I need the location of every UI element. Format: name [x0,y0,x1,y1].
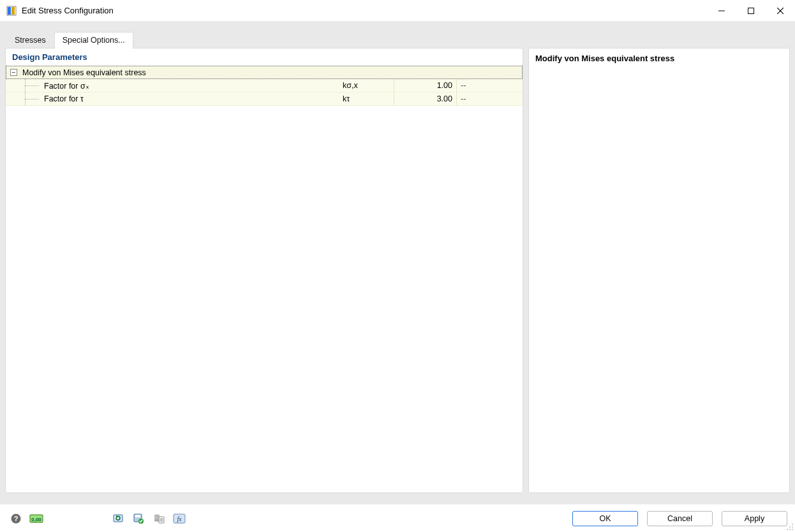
param-name: Factor for τ [41,94,343,103]
tree-group-row[interactable]: − Modify von Mises equivalent stress [6,66,523,79]
svg-point-30 [792,529,793,530]
tabstrip: Stresses Special Options... [0,21,795,48]
window-title: Edit Stress Configuration [22,6,114,15]
tab-stresses[interactable]: Stresses [6,32,54,48]
window-close-button[interactable] [766,0,795,21]
tree-group-label: Modify von Mises equivalent stress [21,68,342,77]
param-symbol: kσ,x [343,81,394,90]
table-row[interactable]: Factor for σₓ kσ,x 1.00 -- [6,79,523,92]
svg-rect-1 [11,7,15,15]
units-icon[interactable]: 0,00 [28,511,45,526]
ok-button[interactable]: OK [572,511,638,526]
refresh-icon[interactable] [110,511,126,526]
param-symbol: kτ [343,94,394,103]
design-parameters-panel: Design Parameters − Modify von Mises equ… [5,48,523,493]
parameters-tree: − Modify von Mises equivalent stress Fac… [6,66,523,106]
table-row[interactable]: Factor for τ kτ 3.00 -- [6,92,523,106]
footer: ? 0,00 fx OK Cancel Apply [0,504,795,532]
tree-indent [6,79,41,92]
button-label: Apply [745,514,764,523]
tab-label: Stresses [15,36,46,45]
svg-rect-14 [135,515,140,517]
button-label: Cancel [667,514,692,523]
titlebar: Edit Stress Configuration [0,0,795,21]
fx-icon[interactable]: fx [171,511,188,526]
tab-label: Special Options... [63,36,125,45]
tab-special-options[interactable]: Special Options... [54,32,133,48]
svg-rect-0 [8,7,11,15]
svg-text:?: ? [14,515,19,522]
svg-point-29 [789,529,791,530]
info-panel: Modify von Mises equivalent stress [528,48,790,493]
window-minimize-button[interactable] [707,0,736,21]
svg-rect-4 [748,8,754,13]
app-icon [6,6,17,16]
param-unit: -- [456,92,523,105]
svg-point-28 [787,529,788,530]
tree-indent [6,92,41,105]
section-header: Design Parameters [6,48,523,66]
info-heading: Modify von Mises equivalent stress [529,48,789,68]
svg-point-27 [792,526,793,528]
help-icon[interactable]: ? [8,511,24,526]
window-maximize-button[interactable] [736,0,766,21]
svg-point-26 [789,526,791,528]
collapse-icon[interactable]: − [10,69,17,76]
apply-button[interactable]: Apply [722,511,787,526]
svg-point-25 [792,524,793,525]
button-label: OK [599,514,611,523]
param-value[interactable]: 3.00 [394,92,456,105]
param-value[interactable]: 1.00 [394,79,456,92]
param-name: Factor for σₓ [41,81,343,91]
svg-text:0,00: 0,00 [31,517,41,522]
clipboard-db-icon[interactable] [151,511,167,526]
param-unit: -- [456,79,523,92]
cancel-button[interactable]: Cancel [647,511,713,526]
resize-grip-icon[interactable] [785,522,794,531]
save-config-icon[interactable] [130,511,147,526]
client-area: Stresses Special Options... Design Param… [0,21,795,504]
svg-text:fx: fx [177,515,182,522]
